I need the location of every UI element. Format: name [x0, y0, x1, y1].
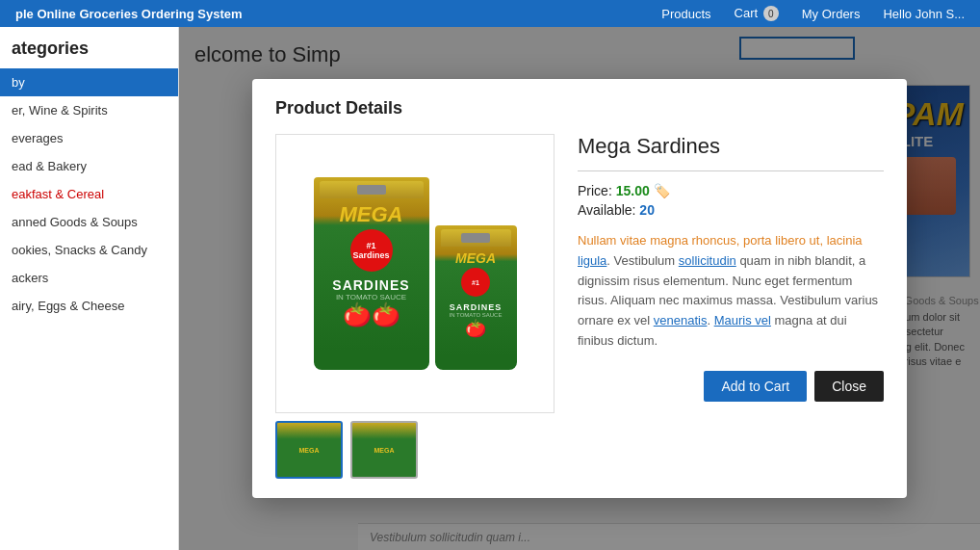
product-name: Mega Sardines — [578, 134, 884, 159]
nav-my-orders[interactable]: My Orders — [802, 7, 861, 21]
cart-label: Cart — [735, 6, 759, 20]
modal-footer: Add to Cart Close — [578, 371, 884, 402]
modal-right: Mega Sardines Price: 15.00 🏷️ Available:… — [578, 134, 884, 479]
can-small: MEGA #1 SARDINES IN TOMATO SAUCE 🍅 — [435, 225, 517, 370]
modal-left: MEGA #1Sardines SARDINES IN TOMATO SAUCE… — [275, 134, 554, 479]
thumbnail-1[interactable]: MEGA — [350, 421, 418, 479]
brand-title: ple Online Groceries Ordering System — [15, 7, 638, 21]
sidebar-item-1[interactable]: er, Wine & Spirits — [0, 96, 178, 124]
desc-part4: . — [707, 313, 713, 327]
categories-title: ategories — [0, 39, 178, 68]
modal-title: Product Details — [275, 98, 884, 118]
sidebar-item-bread-bakery[interactable]: ead & Bakery — [0, 152, 178, 180]
sidebar-item-canned[interactable]: anned Goods & Soups — [0, 208, 178, 236]
sidebar-item-breakfast[interactable]: eakfast & Cereal — [0, 180, 178, 208]
product-detail-modal: Product Details MEGA — [252, 79, 907, 498]
product-main-image: MEGA #1Sardines SARDINES IN TOMATO SAUCE… — [275, 134, 554, 413]
available-value: 20 — [639, 202, 655, 218]
modal-overlay: Product Details MEGA — [179, 27, 980, 550]
price-row: Price: 15.00 🏷️ — [578, 183, 884, 198]
main-content: elcome to Simp SPAM LITE Spam Canned Goo… — [179, 27, 980, 550]
desc-part2: . Vestibulum — [606, 253, 678, 268]
can-badge-small: #1 — [461, 268, 490, 297]
can-ring-small — [461, 233, 490, 243]
cart-count: 0 — [763, 6, 779, 21]
user-greeting: Hello John S... — [883, 7, 965, 21]
can-sardines-large: SARDINES — [332, 277, 409, 293]
can-sardines-small: SARDINES — [450, 302, 503, 312]
modal-body: MEGA #1Sardines SARDINES IN TOMATO SAUCE… — [275, 134, 884, 479]
divider — [578, 170, 884, 171]
available-label: Available: — [578, 202, 635, 218]
desc-link3[interactable]: venenatis — [654, 313, 708, 327]
thumbnail-0[interactable]: MEGA — [275, 421, 343, 479]
price-label: Price: — [578, 183, 612, 198]
product-description: Nullam vitae magna rhoncus, porta libero… — [578, 231, 884, 352]
sidebar-item-2[interactable]: everages — [0, 124, 178, 152]
can-mega-large: MEGA — [340, 202, 403, 227]
desc-part1: Nullam vitae magna rhoncus, porta libero… — [578, 233, 863, 248]
can-mega-small: MEGA — [455, 250, 496, 266]
can-sub-large: IN TOMATO SAUCE — [336, 293, 406, 301]
tomatoes-small: 🍅 — [465, 318, 486, 339]
sidebar-item-0[interactable]: by — [0, 68, 178, 96]
can-ring-large — [357, 185, 386, 195]
price-value: 15.00 — [616, 183, 650, 198]
can-badge-large: #1Sardines — [350, 229, 393, 272]
nav-cart[interactable]: Cart 0 — [735, 6, 779, 22]
tomatoes-large: 🍅🍅 — [343, 301, 400, 328]
add-to-cart-button[interactable]: Add to Cart — [704, 371, 807, 402]
close-button[interactable]: Close — [814, 371, 884, 402]
sidebar-item-dairy[interactable]: airy, Eggs & Cheese — [0, 292, 178, 320]
available-row: Available: 20 — [578, 202, 884, 218]
sidebar-item-crackers[interactable]: ackers — [0, 264, 178, 292]
tag-icon: 🏷️ — [654, 183, 670, 198]
can-large: MEGA #1Sardines SARDINES IN TOMATO SAUCE… — [314, 177, 429, 370]
navbar: ple Online Groceries Ordering System Pro… — [0, 0, 980, 27]
main-layout: ategories by er, Wine & Spirits everages… — [0, 27, 980, 550]
can-top-large — [320, 181, 424, 198]
sardines-visual: MEGA #1Sardines SARDINES IN TOMATO SAUCE… — [306, 170, 525, 378]
desc-link1[interactable]: ligula — [578, 253, 606, 268]
desc-link2[interactable]: sollicitudin — [679, 253, 736, 268]
sidebar: ategories by er, Wine & Spirits everages… — [0, 27, 179, 550]
can-top-small — [441, 229, 511, 247]
sidebar-item-cookies[interactable]: ookies, Snacks & Candy — [0, 236, 178, 264]
desc-link4[interactable]: Mauris vel — [714, 313, 771, 327]
thumbnails: MEGA MEGA — [275, 421, 554, 479]
nav-products[interactable]: Products — [661, 7, 710, 21]
